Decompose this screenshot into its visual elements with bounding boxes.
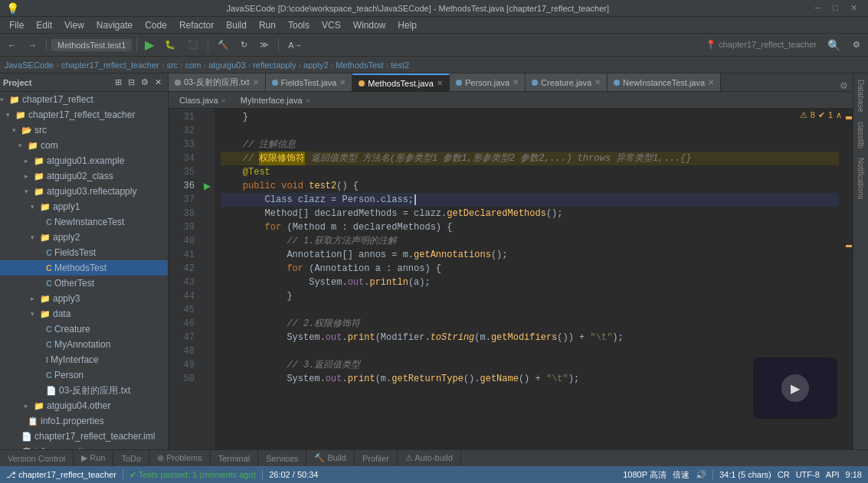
tab-creature[interactable]: Creature.java ✕ <box>526 73 608 91</box>
code-line-31: } <box>221 110 839 124</box>
sub-tab-myinterface[interactable]: MyInterface.java ✕ <box>234 94 317 106</box>
tree-item-chapter17-reflect-teacher[interactable]: ▾ 📁 chapter17_reflect_teacher <box>0 107 168 122</box>
expand-all-icon[interactable]: ⊞ <box>112 76 125 89</box>
menu-tools[interactable]: Tools <box>282 18 316 32</box>
tree-item-atguigu04[interactable]: ▸ 📁 atguigu04.other <box>0 398 168 413</box>
tree-item-othertest[interactable]: C OtherTest <box>0 276 168 291</box>
code-line-36: public void test2() { <box>221 179 839 193</box>
menu-window[interactable]: Window <box>347 18 392 32</box>
tab-03txt[interactable]: 03-反射的应用.txt ✕ <box>169 73 266 91</box>
breadcrumb-item[interactable]: test2 <box>391 60 409 70</box>
tab-fieldstest[interactable]: FieldsTest.java ✕ <box>266 73 353 91</box>
tree-item-apply2[interactable]: ▾ 📁 apply2 <box>0 230 168 245</box>
tree-item-iml[interactable]: 📄 chapter17_reflect_teacher.iml <box>0 429 168 444</box>
build-button[interactable]: 🔨 <box>213 38 233 51</box>
encoding[interactable]: UTF-8 <box>796 470 820 479</box>
code-line-42: for (Annotation a : annos) { <box>221 262 839 276</box>
tree-item-methodstest[interactable]: C MethodsTest <box>0 260 168 276</box>
tab-newinstancetest[interactable]: NewInstanceTest.java ✕ <box>608 73 721 91</box>
classlllb-panel-toggle[interactable]: classlllb <box>855 119 866 152</box>
database-panel-toggle[interactable]: Database <box>855 77 866 116</box>
stop-button[interactable]: ⬛ <box>183 38 203 51</box>
tree-item-atguigu01[interactable]: ▸ 📁 atguigu01.example <box>0 153 168 168</box>
play-button[interactable]: ▶ <box>781 374 809 402</box>
breadcrumb-item[interactable]: JavaSECode <box>5 60 54 70</box>
bottom-tab-todo[interactable]: ToDo <box>113 450 149 466</box>
tab-person[interactable]: Person.java ✕ <box>450 73 526 91</box>
tree-item-apply3[interactable]: ▸ 📁 apply3 <box>0 291 168 306</box>
bottom-tab-build[interactable]: 🔨 Build <box>306 450 355 466</box>
translate-button[interactable]: A→ <box>283 39 306 51</box>
tree-item-apply1[interactable]: ▾ 📁 apply1 <box>0 199 168 214</box>
bottom-tab-autobuild[interactable]: ⚠ Auto-build <box>398 450 461 466</box>
git-branch[interactable]: 📍 chapter17_reflect_teacher <box>703 40 820 50</box>
notifications-panel-toggle[interactable]: Notifications <box>855 155 866 202</box>
tree-item-data[interactable]: ▾ 📁 data <box>0 306 168 321</box>
bottom-tab-problems[interactable]: ⊗ Problems <box>149 450 211 466</box>
tree-item-info[interactable]: 📋 info.properties <box>0 444 168 449</box>
tree-item-src[interactable]: ▾ 📂 src <box>0 122 168 138</box>
tree-item-fieldstest[interactable]: C FieldsTest <box>0 245 168 260</box>
close-panel-icon[interactable]: ✕ <box>152 76 165 89</box>
run-indicator[interactable]: ▶ <box>199 179 215 193</box>
bottom-tab-services[interactable]: Services <box>258 450 306 466</box>
editor-settings-icon[interactable]: ⚙ <box>835 80 853 91</box>
breadcrumb-item[interactable]: apply2 <box>303 60 328 70</box>
project-tree: ▾ 📁 chapter17_reflect ▾ 📁 chapter17_refl… <box>0 92 168 449</box>
menu-help[interactable]: Help <box>391 18 423 32</box>
code-editor[interactable]: } // 注解信息 // 权限修饰符 返回值类型 方法名(形参类型1 参数1,形… <box>215 109 845 449</box>
tab-methodstest[interactable]: MethodsTest.java ✕ <box>352 73 450 91</box>
menu-view[interactable]: View <box>58 18 90 32</box>
forward-button[interactable]: → <box>24 39 41 51</box>
bottom-tab-profiler[interactable]: Profiler <box>355 450 398 466</box>
tree-item-chapter17-reflect[interactable]: ▾ 📁 chapter17_reflect <box>0 92 168 107</box>
tree-item-creature[interactable]: C Creature <box>0 321 168 337</box>
settings-icon[interactable]: ⚙ <box>138 76 152 89</box>
sync-button[interactable]: ↻ <box>236 38 252 51</box>
menu-vcs[interactable]: VCS <box>316 18 347 32</box>
breadcrumb-item[interactable]: src <box>166 60 178 70</box>
settings-button[interactable]: ⚙ <box>848 38 865 51</box>
tree-item-atguigu02[interactable]: ▸ 📁 atguigu02_class <box>0 168 168 184</box>
tree-item-newinstancetest[interactable]: C NewInstanceTest <box>0 214 168 230</box>
menu-file[interactable]: File <box>3 18 30 32</box>
back-button[interactable]: ← <box>3 39 21 51</box>
bottom-tab-run[interactable]: ▶ Run <box>74 450 113 466</box>
breadcrumb-item[interactable]: atguigu03 <box>208 60 245 70</box>
warning-indicator: ⚠ 8 ✔ 1 ∧ <box>800 110 842 120</box>
more-button[interactable]: ≫ <box>255 38 274 51</box>
tree-item-txt[interactable]: 📄 03-反射的应用.txt <box>0 383 168 398</box>
volume-icon[interactable]: 🔊 <box>696 470 706 480</box>
tree-item-myannotation[interactable]: C MyAnnotation <box>0 337 168 352</box>
menu-refactor[interactable]: Refactor <box>173 18 220 32</box>
menu-run[interactable]: Run <box>253 18 282 32</box>
toolbar: ← → MethodsTest.test1 ▶ 🐛 ⬛ 🔨 ↻ ≫ A→ 📍 c… <box>0 34 868 57</box>
tree-item-info1[interactable]: 📋 info1.properties <box>0 413 168 429</box>
menu-navigate[interactable]: Navigate <box>90 18 139 32</box>
menu-edit[interactable]: Edit <box>30 18 58 32</box>
sub-tab-class[interactable]: Class.java ✕ <box>173 94 233 106</box>
collapse-all-icon[interactable]: ⊟ <box>125 76 138 89</box>
breadcrumb-item[interactable]: chapter17_reflect_teacher <box>61 60 159 70</box>
bottom-tab-terminal[interactable]: Terminal <box>211 450 259 466</box>
breadcrumb-item[interactable]: com <box>185 60 201 70</box>
menu-code[interactable]: Code <box>139 18 173 32</box>
search-everywhere[interactable]: 🔍 <box>823 38 845 53</box>
bottom-tab-version-control[interactable]: Version Control <box>0 450 74 466</box>
editor-content[interactable]: ⚠ 8 ✔ 1 ∧ 31 32 33 34 35 36 37 38 39 <box>169 109 853 449</box>
git-status[interactable]: ⎇ chapter17_reflect_teacher <box>6 470 116 480</box>
breadcrumb-item[interactable]: reflectapply <box>253 60 296 70</box>
tree-item-person[interactable]: C Person <box>0 367 168 383</box>
breadcrumb-item[interactable]: MethodsTest <box>336 60 383 70</box>
file-indicator[interactable]: MethodsTest.test1 <box>51 39 132 51</box>
maximize-btn[interactable]: □ <box>828 3 843 13</box>
tree-item-atguigu03[interactable]: ▾ 📁 atguigu03.reflectapply <box>0 184 168 199</box>
tree-item-myinterface[interactable]: I MyInterface <box>0 352 168 367</box>
run-button[interactable]: ▶ <box>142 38 157 52</box>
breadcrumb: JavaSECode › chapter17_reflect_teacher ›… <box>0 57 868 73</box>
debug-button[interactable]: 🐛 <box>160 38 180 51</box>
tree-item-com[interactable]: ▾ 📁 com <box>0 138 168 153</box>
menu-build[interactable]: Build <box>220 18 253 32</box>
minimize-btn[interactable]: ─ <box>811 3 826 13</box>
close-btn[interactable]: ✕ <box>846 3 862 13</box>
